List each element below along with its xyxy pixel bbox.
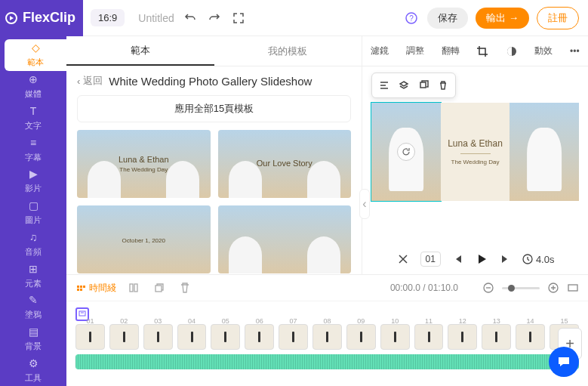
crop-icon[interactable] [472, 45, 493, 57]
split-clip-icon[interactable] [125, 279, 142, 296]
timeline-clip[interactable]: 06 [245, 324, 274, 350]
sidebar-item-6[interactable]: ♫音頻 [0, 228, 66, 260]
slide-pane-left[interactable] [371, 103, 441, 201]
tab-flip[interactable]: 翻轉 [437, 45, 464, 57]
zoom-slider[interactable] [502, 287, 540, 289]
sidebar-item-9[interactable]: ▤背景 [0, 323, 66, 355]
back-button[interactable]: ‹返回 [77, 74, 103, 88]
timeline-clip[interactable]: 10 [380, 324, 410, 350]
audio-track[interactable] [75, 354, 579, 369]
template-thumb[interactable]: October 1, 2020 [77, 205, 211, 273]
sidebar-item-3[interactable]: ≡字幕 [0, 134, 66, 165]
timeline-clip[interactable]: 07 [279, 324, 308, 350]
help-icon[interactable]: ? [403, 10, 420, 26]
zoom-fit-icon[interactable] [567, 282, 579, 294]
timeline-clip[interactable]: 08 [312, 324, 342, 350]
zoom-out-icon[interactable] [482, 282, 494, 294]
fullscreen-icon[interactable] [230, 10, 247, 26]
scene-number: 01 [420, 252, 441, 267]
template-title: White Wedding Photo Gallery Slideshow [109, 75, 312, 88]
sidebar-item-10[interactable]: ⚙工具 [0, 354, 66, 386]
timeline-time: 00:00.0 / 01:10.0 [390, 283, 458, 293]
timeline-clip[interactable]: 03 [143, 324, 173, 350]
template-thumb[interactable]: Our Love Story [218, 130, 352, 198]
next-icon[interactable] [500, 253, 512, 265]
sidebar-item-0[interactable]: ◇範本 [5, 39, 66, 71]
slide-pane-center[interactable]: Luna & Ethan The Wedding Day [441, 103, 510, 201]
playback-controls: 01 4.0s [362, 244, 588, 274]
sidebar-item-7[interactable]: ⊞元素 [0, 260, 66, 292]
timeline-clip[interactable]: 05 [211, 324, 240, 350]
sidebar-item-2[interactable]: T文字 [0, 102, 66, 134]
delete-clip-icon[interactable] [177, 279, 193, 296]
timeline-clip[interactable]: 02 [109, 324, 139, 350]
layers-icon[interactable] [395, 76, 413, 94]
zoom-in-icon[interactable] [547, 282, 559, 294]
timeline-clip[interactable]: 09 [346, 324, 376, 350]
signup-button[interactable]: 註冊 [537, 7, 579, 29]
timeline-mode-button[interactable]: 時間綫 [75, 282, 116, 295]
svg-rect-5 [420, 82, 426, 88]
timeline-clip[interactable]: 04 [177, 324, 207, 350]
play-icon[interactable] [474, 252, 489, 267]
apply-all-button[interactable]: 應用全部15頁模板 [77, 95, 351, 122]
split-icon[interactable] [396, 252, 410, 266]
template-thumb[interactable] [218, 205, 352, 273]
mask-icon[interactable] [501, 45, 522, 57]
delete-icon[interactable] [434, 76, 452, 94]
panel-collapse-handle[interactable]: ‹ [359, 189, 370, 219]
tab-filter[interactable]: 濾鏡 [366, 45, 393, 57]
timeline-clip[interactable]: 14 [516, 324, 545, 350]
sidebar-item-1[interactable]: ⊕媒體 [0, 71, 66, 103]
logo: FlexClip [0, 0, 83, 36]
timeline-clip[interactable]: 11 [414, 324, 444, 350]
project-title[interactable]: Untitled [138, 12, 174, 24]
sidebar: ◇範本⊕媒體T文字≡字幕▶影片▢圖片♫音頻⊞元素✎塗鴉▤背景⚙工具 [0, 36, 66, 386]
duration-button[interactable]: 4.0s [522, 254, 555, 265]
timeline-clip[interactable]: 01 [75, 324, 105, 350]
svg-rect-12 [568, 285, 577, 291]
redo-icon[interactable] [206, 10, 223, 26]
svg-rect-13 [79, 311, 85, 316]
more-icon[interactable]: ••• [565, 46, 584, 57]
svg-rect-7 [130, 284, 133, 292]
timeline: 時間綫 00:00.0 / 01:10.0 010203040506070809… [66, 274, 588, 386]
sidebar-item-5[interactable]: ▢圖片 [0, 197, 66, 229]
tab-templates[interactable]: 範本 [66, 36, 214, 66]
export-button[interactable]: 輸出→ [476, 8, 529, 29]
aspect-ratio[interactable]: 16:9 [91, 9, 125, 26]
timeline-clip[interactable]: 12 [448, 324, 477, 350]
element-toolbar [371, 73, 456, 98]
align-icon[interactable] [375, 76, 393, 94]
duplicate-clip-icon[interactable] [151, 279, 168, 296]
svg-rect-9 [155, 286, 162, 292]
tab-my-templates[interactable]: 我的模板 [214, 36, 362, 66]
tab-animation[interactable]: 動效 [530, 45, 557, 57]
svg-text:?: ? [409, 14, 414, 23]
chat-icon[interactable] [549, 347, 579, 377]
undo-icon[interactable] [182, 10, 199, 26]
copy-icon[interactable] [414, 76, 433, 94]
preview-panel: 濾鏡 調整 翻轉 動效 ••• [362, 36, 588, 274]
save-button[interactable]: 保存 [427, 8, 468, 29]
slide-pane-right[interactable] [509, 103, 579, 201]
sidebar-item-8[interactable]: ✎塗鴉 [0, 292, 66, 323]
preview-slide[interactable]: Luna & Ethan The Wedding Day [371, 103, 579, 201]
prev-icon[interactable] [451, 253, 463, 265]
template-thumb[interactable]: Luna & EthanThe Wedding Day [77, 130, 211, 198]
tab-adjust[interactable]: 調整 [402, 45, 429, 57]
svg-rect-8 [134, 284, 137, 292]
timeline-clip[interactable]: 13 [482, 324, 511, 350]
rotate-handle-icon[interactable] [397, 143, 415, 161]
sidebar-item-4[interactable]: ▶影片 [0, 165, 66, 197]
